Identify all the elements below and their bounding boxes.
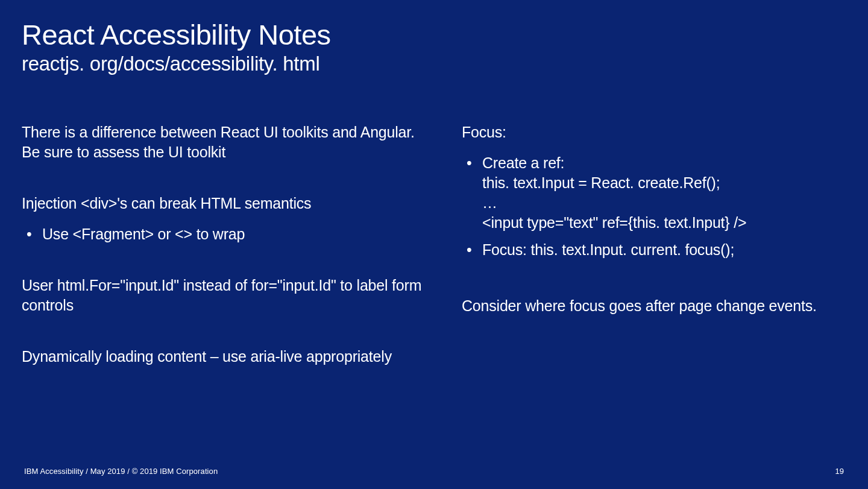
left-paragraph-4: Dynamically loading content – use aria-l… (22, 347, 426, 367)
left-paragraph-3: User html.For="input.Id" instead of for=… (22, 276, 426, 315)
content-columns: There is a difference between React UI t… (22, 122, 846, 398)
right-bullet-2: Focus: this. text.Input. current. focus(… (462, 240, 841, 260)
right-bullet-list: Create a ref: this. text.Input = React. … (462, 153, 841, 260)
focus-label: Focus: (462, 122, 841, 142)
right-paragraph-1: Consider where focus goes after page cha… (462, 296, 841, 316)
left-column: There is a difference between React UI t… (22, 122, 426, 398)
right-column: Focus: Create a ref: this. text.Input = … (450, 122, 841, 398)
right-bullet-1: Create a ref: this. text.Input = React. … (462, 153, 841, 233)
left-paragraph-1: There is a difference between React UI t… (22, 122, 426, 162)
left-bullet-list: Use <Fragment> or <> to wrap (22, 224, 426, 244)
slide-subtitle: reactjs. org/docs/accessibility. html (22, 52, 846, 75)
page-number: 19 (835, 467, 844, 476)
slide-title: React Accessibility Notes (22, 18, 846, 51)
footer-left: IBM Accessibility / May 2019 / © 2019 IB… (24, 467, 218, 476)
left-paragraph-2: Injection <div>'s can break HTML semanti… (22, 194, 426, 213)
left-bullet-1: Use <Fragment> or <> to wrap (22, 224, 426, 244)
slide-container: React Accessibility Notes reactjs. org/d… (0, 0, 868, 489)
